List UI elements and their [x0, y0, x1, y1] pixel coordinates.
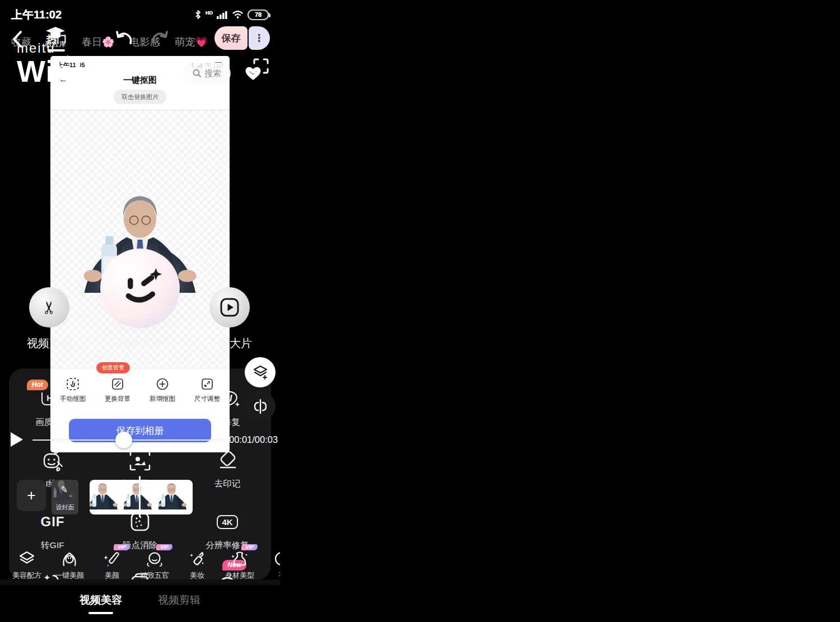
manual-cutout-button[interactable]: 手动抠图 [50, 377, 95, 418]
clock: 上午11:02 [11, 7, 62, 22]
fullscreen-button[interactable] [253, 58, 269, 74]
manual-shape-icon [274, 551, 280, 567]
add-clip-button[interactable]: + [17, 480, 46, 511]
video-clip-strip[interactable] [90, 480, 193, 515]
resize-icon [200, 377, 214, 391]
fine-features-icon [146, 551, 163, 567]
undo-icon [115, 30, 133, 46]
beauty-brush-icon [104, 551, 120, 567]
plus-icon: + [27, 487, 36, 504]
search-input[interactable]: 搜索 [183, 63, 231, 84]
clip-frame [124, 480, 158, 515]
slider-knob[interactable] [115, 432, 132, 448]
save-button[interactable]: 保存 [214, 26, 248, 50]
wifi-icon [232, 10, 244, 19]
one-key-beauty-icon [61, 551, 78, 567]
play-button[interactable] [10, 431, 24, 448]
editor-bottom-nav: 视频美容 视频剪辑 [0, 585, 280, 622]
save-to-album-button[interactable]: 保存到相册 [69, 419, 211, 442]
layers-icon [253, 365, 268, 380]
more-menu-button[interactable]: ⋮ [249, 26, 270, 50]
logo-wink: Wink✦ [17, 56, 91, 86]
compare-button[interactable] [245, 391, 276, 422]
playhead[interactable] [139, 476, 141, 517]
beauty-recipe-icon [18, 551, 35, 567]
nav-video-beauty-tab[interactable]: 视频美容 [80, 593, 122, 614]
redo-icon [151, 30, 169, 46]
screenshot-root: 上午11:02 HD 78 meitu Wink✦ 搜索 ✂ [0, 0, 840, 622]
video-edit-button[interactable]: ✂ [29, 287, 69, 328]
bluetooth-icon [194, 10, 202, 20]
graduation-cap-icon [45, 26, 66, 41]
cutout-canvas[interactable] [50, 110, 230, 368]
search-icon [193, 69, 202, 78]
signal-icon [217, 10, 228, 19]
clip-frame [90, 480, 124, 515]
creative-bg-badge: 创意背景 [96, 362, 130, 373]
shortcut-label: 视频美容 [95, 336, 185, 351]
lipstick-icon [189, 551, 206, 567]
hd-indicator: HD [206, 10, 213, 16]
undo-button[interactable] [115, 30, 133, 46]
resize-button[interactable]: 尺寸调整 [185, 377, 230, 418]
compare-icon [253, 399, 268, 414]
redo-button[interactable] [151, 30, 169, 46]
preview-tool-row: 创意背景 手动抠图 更换背景 新增抠图 尺寸调整 [50, 368, 230, 418]
change-bg-icon [111, 377, 124, 391]
video-screenshot-icon [129, 449, 151, 471]
play-icon [10, 431, 24, 448]
body-shape-icon [231, 551, 248, 567]
shortcut-label: 一键大片 [185, 336, 274, 351]
video-beauty-button[interactable] [100, 249, 180, 328]
back-button[interactable] [11, 30, 24, 49]
wink-face-icon [116, 264, 164, 312]
plus-circle-icon [156, 377, 169, 391]
status-bar: 上午11:02 HD 78 [0, 4, 280, 25]
search-placeholder: 搜索 [204, 68, 221, 79]
add-cutout-button[interactable]: 新增抠图 [140, 377, 185, 418]
manual-cutout-icon [66, 377, 80, 391]
fullscreen-icon [253, 58, 269, 74]
clip-timeline: + ✎ 设封面 [0, 479, 280, 521]
more-icon: ⋮ [254, 32, 264, 44]
editor-top-bar: 教程库 保存 ⋮ [0, 25, 280, 53]
shortcut-label: 视频剪辑 [4, 336, 94, 351]
eraser-icon [216, 449, 239, 471]
layers-button[interactable] [245, 357, 276, 387]
play-square-icon [220, 298, 239, 317]
set-cover-button[interactable]: ✎ 设封面 [52, 480, 78, 515]
tutorial-library-button[interactable]: 教程库 [41, 26, 69, 49]
logo-star-icon: ✦ [64, 54, 72, 63]
chevron-left-icon [11, 30, 24, 49]
clip-frame [158, 480, 193, 515]
battery-icon: 78 [248, 10, 269, 20]
replace-hint-pill: 双击替换图片 [114, 90, 166, 104]
hot-badge: Hot [27, 380, 48, 390]
nav-video-edit-tab[interactable]: 视频剪辑 [158, 593, 200, 607]
one-key-film-button[interactable] [209, 287, 250, 328]
time-display: 00:01/00:03 [229, 434, 280, 445]
scissors-icon: ✂ [39, 300, 59, 314]
change-background-button[interactable]: 更换背景 [95, 377, 140, 418]
